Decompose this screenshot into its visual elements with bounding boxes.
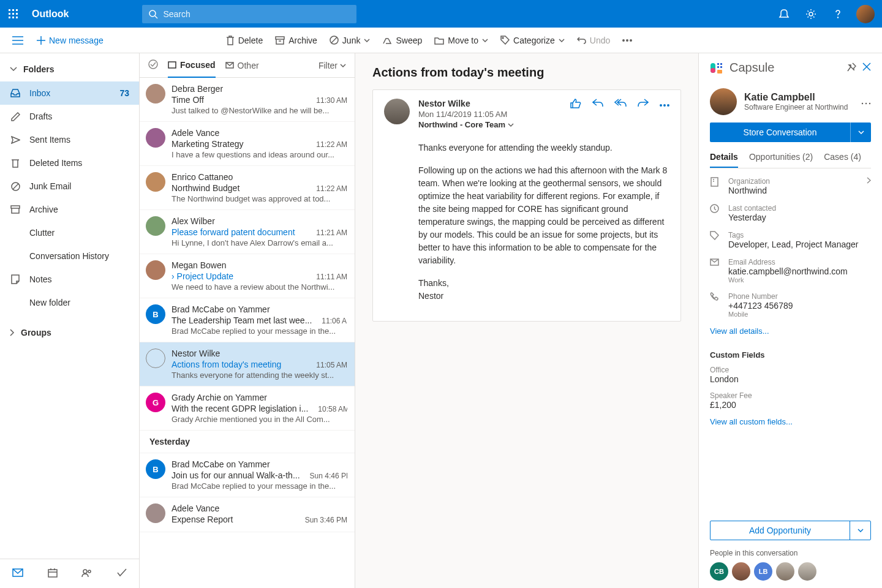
message-item[interactable]: Adele VanceExpense ReportSun 3:46 PM [140, 497, 355, 532]
svg-rect-6 [9, 17, 10, 18]
chevron-right-icon[interactable] [867, 177, 871, 184]
sender-avatar-small [146, 349, 165, 368]
svg-rect-7 [12, 17, 14, 18]
nav-toggle-icon[interactable] [5, 36, 31, 45]
contact-name: Katie Campbell [744, 92, 854, 103]
svg-line-20 [331, 37, 337, 43]
phone-value: +447123 456789 [728, 301, 793, 311]
subject-label: Please forward patent document [172, 227, 295, 237]
folder-archive[interactable]: Archive [0, 198, 139, 221]
help-icon[interactable] [824, 1, 851, 28]
svg-point-40 [668, 105, 669, 106]
svg-point-11 [809, 12, 813, 16]
folders-header[interactable]: Folders [0, 57, 139, 81]
person-chip[interactable] [732, 562, 750, 581]
filter-button[interactable]: Filter [318, 61, 346, 70]
like-icon[interactable] [570, 99, 581, 129]
store-dropdown-icon[interactable] [850, 123, 871, 142]
message-item[interactable]: Alex WilberPlease forward patent documen… [140, 210, 355, 254]
folder-inbox[interactable]: Inbox73 [0, 81, 139, 105]
chevron-right-icon [10, 329, 15, 336]
time-label: 10:58 AM [318, 405, 347, 413]
store-conversation-button[interactable]: Store Conversation [710, 123, 871, 142]
search-box[interactable] [142, 5, 356, 23]
message-item[interactable]: GGrady Archie on YammerWith the recent G… [140, 386, 355, 431]
sender-name: Nestor Wilke [418, 99, 562, 108]
forward-icon[interactable] [638, 99, 649, 129]
sender-avatar-small: G [146, 393, 165, 412]
archive-button[interactable]: Archive [269, 28, 323, 53]
calendar-icon[interactable] [48, 568, 58, 579]
sweep-button[interactable]: Sweep [376, 28, 428, 53]
folder-conversation-history[interactable]: Conversation History [0, 244, 139, 268]
folder-notes[interactable]: Notes [0, 268, 139, 291]
groups-header[interactable]: Groups [0, 320, 139, 345]
app-launcher-icon[interactable] [7, 8, 20, 20]
tab-opportunities[interactable]: Opportunities (2) [749, 152, 813, 168]
add-opp-dropdown-icon[interactable] [850, 521, 870, 540]
reply-icon[interactable] [592, 99, 603, 129]
svg-rect-18 [276, 37, 284, 39]
folder-deleted[interactable]: Deleted Items [0, 151, 139, 175]
tab-focused[interactable]: Focused [168, 53, 216, 78]
more-actions-icon[interactable] [660, 99, 669, 129]
view-all-details-link[interactable]: View all details... [710, 326, 871, 336]
select-all-icon[interactable] [148, 59, 158, 71]
user-avatar[interactable] [856, 5, 875, 23]
svg-point-33 [83, 570, 87, 573]
message-item[interactable]: Adele VanceMarketing Strategy11:22 AMI h… [140, 122, 355, 166]
subject-label: Join us for our annual Walk-a-th... [172, 470, 300, 480]
delete-button[interactable]: Delete [220, 28, 269, 53]
person-chip[interactable]: LB [754, 562, 772, 581]
message-item[interactable]: BBrad McCabe on YammerThe Leadership Tea… [140, 298, 355, 342]
person-chip[interactable] [798, 562, 816, 581]
move-button[interactable]: Move to [428, 28, 494, 53]
categorize-button[interactable]: Categorize [494, 28, 571, 53]
tab-details[interactable]: Details [710, 152, 738, 168]
command-toolbar: New message Delete Archive Junk Sweep Mo… [0, 28, 882, 53]
svg-point-35 [149, 60, 157, 69]
mail-icon[interactable] [12, 568, 23, 579]
contact-more-icon[interactable] [861, 97, 871, 107]
envelope-icon [710, 258, 721, 268]
from-label: Megan Bowen [172, 260, 347, 270]
person-chip[interactable] [776, 562, 794, 581]
from-label: Brad McCabe on Yammer [172, 459, 347, 469]
add-opportunity-button[interactable]: Add Opportunity [710, 521, 871, 540]
tasks-icon[interactable] [117, 568, 127, 579]
folder-clutter[interactable]: Clutter [0, 221, 139, 244]
view-all-custom-link[interactable]: View all custom fields... [710, 417, 871, 426]
svg-rect-4 [12, 13, 14, 15]
message-item[interactable]: Debra BergerTime Off11:30 AMJust talked … [140, 78, 355, 122]
people-label: People in this conversation [710, 549, 871, 557]
pin-icon[interactable] [847, 62, 856, 74]
message-item[interactable]: Nestor WilkeActions from today's meeting… [140, 342, 355, 386]
message-body: Thanks everyone for attending the weekly… [384, 141, 669, 303]
people-icon[interactable] [81, 568, 92, 579]
tab-cases[interactable]: Cases (4) [824, 152, 861, 168]
folder-junk[interactable]: Junk Email [0, 175, 139, 198]
notifications-icon[interactable] [771, 1, 797, 28]
person-chip[interactable]: CB [710, 562, 728, 581]
new-message-button[interactable]: New message [31, 28, 110, 53]
undo-button[interactable]: Undo [571, 28, 616, 53]
folder-drafts[interactable]: Drafts [0, 105, 139, 128]
tag-icon [500, 36, 510, 45]
list-header: Focused Other Filter [140, 53, 355, 78]
message-item[interactable]: BBrad McCabe on YammerJoin us for our an… [140, 453, 355, 497]
message-item[interactable]: Enrico CattaneoNorthwind Budget11:22 AMT… [140, 166, 355, 210]
chevron-down-icon[interactable] [508, 123, 514, 127]
search-input[interactable] [163, 9, 350, 19]
folder-sent[interactable]: Sent Items [0, 128, 139, 151]
tab-other[interactable]: Other [225, 53, 259, 78]
tag-icon [710, 231, 721, 242]
junk-button[interactable]: Junk [323, 28, 377, 53]
reply-all-icon[interactable] [614, 99, 627, 129]
close-icon[interactable] [862, 62, 871, 73]
new-folder-button[interactable]: New folder [0, 291, 139, 314]
more-icon[interactable] [616, 28, 638, 53]
message-item[interactable]: Megan Bowen› Project Update11:11 AMWe ne… [140, 254, 355, 298]
settings-icon[interactable] [797, 1, 824, 28]
from-label: Enrico Cattaneo [172, 172, 347, 182]
svg-point-39 [664, 105, 665, 106]
